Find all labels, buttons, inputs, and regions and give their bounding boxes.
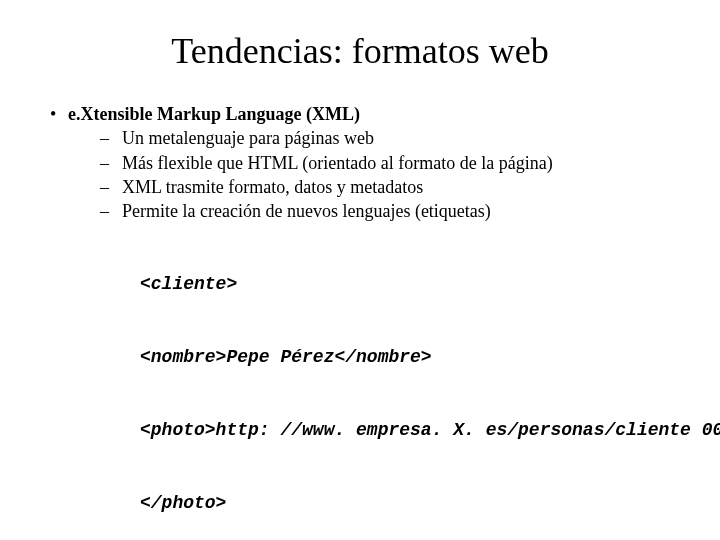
slide-title: Tendencias: formatos web [40, 30, 680, 72]
bullet-level2: – Más flexible que HTML (orientado al fo… [100, 151, 680, 175]
dash-icon: – [100, 199, 122, 223]
bullet-text: Más flexible que HTML (orientado al form… [122, 151, 553, 175]
dash-icon: – [100, 126, 122, 150]
code-line: <nombre>Pepe Pérez</nombre> [140, 345, 680, 369]
code-line: </photo> [140, 491, 680, 515]
dash-icon: – [100, 175, 122, 199]
bullet-text: Permite la creación de nuevos lenguajes … [122, 199, 491, 223]
code-line: <photo>http: //www. empresa. X. es/perso… [140, 418, 680, 442]
bullet-text: e.Xtensible Markup Language (XML) [68, 102, 360, 126]
bullet-level1: • e.Xtensible Markup Language (XML) [50, 102, 680, 126]
bullet-text: Un metalenguaje para páginas web [122, 126, 374, 150]
slide: Tendencias: formatos web • e.Xtensible M… [0, 0, 720, 540]
bullet-text: XML trasmite formato, datos y metadatos [122, 175, 423, 199]
code-block: <cliente> <nombre>Pepe Pérez</nombre> <p… [140, 223, 680, 540]
bullet-level2: – XML trasmite formato, datos y metadato… [100, 175, 680, 199]
code-line: <cliente> [140, 272, 680, 296]
bullet-dot-icon: • [50, 102, 68, 126]
bullet-level2: – Permite la creación de nuevos lenguaje… [100, 199, 680, 223]
dash-icon: – [100, 151, 122, 175]
bullet-level2: – Un metalenguaje para páginas web [100, 126, 680, 150]
